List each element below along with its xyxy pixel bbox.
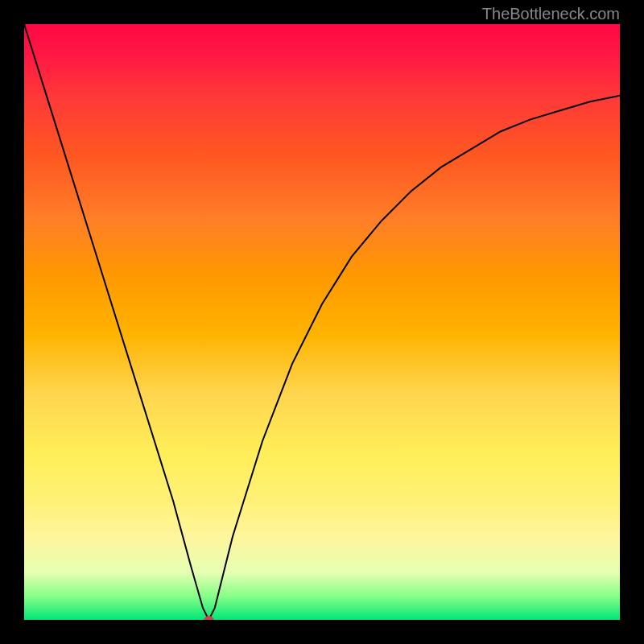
chart-svg [24,24,620,620]
bottleneck-curve [24,24,620,620]
watermark-label: TheBottleneck.com [482,5,620,23]
chart-container: TheBottleneck.com [0,0,644,644]
minimum-marker [204,616,213,620]
plot-area [24,24,620,620]
